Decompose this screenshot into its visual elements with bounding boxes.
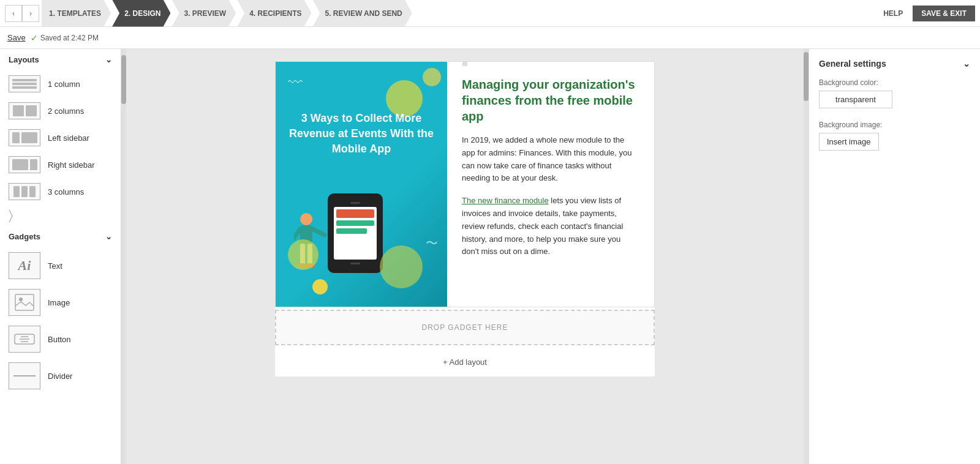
bg-color-setting: Background color: transparent: [819, 78, 970, 108]
phone-figure: [328, 193, 383, 273]
gadget-divider-icon: [9, 362, 40, 389]
nav-right: HELP SAVE & EXIT: [883, 6, 975, 21]
svg-line-9: [294, 229, 300, 239]
layouts-section-header[interactable]: Layouts ⌄: [0, 49, 121, 70]
insert-image-button[interactable]: Insert image: [819, 133, 879, 151]
gadgets-chevron-icon: ⌄: [105, 232, 112, 241]
layout-2-columns-icon: [9, 102, 40, 119]
save-exit-button[interactable]: SAVE & EXIT: [913, 6, 975, 21]
gadget-image-icon: [9, 289, 40, 316]
layout-3-columns-label: 3 columns: [48, 187, 84, 196]
drop-zone[interactable]: DROP GADGET HERE: [275, 310, 655, 345]
layout-right-sidebar-label: Right sidebar: [48, 160, 95, 170]
main-layout: Layouts ⌄ 1 column 2 columns: [0, 49, 980, 464]
layout-1-column-label: 1 column: [48, 80, 80, 89]
nav-step-preview[interactable]: 3. PREVIEW: [172, 0, 236, 27]
layout-1-column[interactable]: 1 column: [0, 70, 121, 97]
nav-steps: 1. TEMPLATES 2. DESIGN 3. PREVIEW 4. REC…: [42, 0, 883, 27]
layout-1-column-icon: [9, 75, 40, 92]
deco-wave-2: 〜: [426, 235, 438, 252]
gadget-text-icon: Ai: [9, 252, 40, 279]
gadget-image[interactable]: Image: [0, 284, 121, 321]
add-layout-button[interactable]: + Add layout: [275, 348, 655, 376]
bg-image-setting: Background image: Insert image: [819, 121, 970, 151]
deco-wave-1: 〰: [288, 74, 303, 91]
save-link[interactable]: Save: [7, 33, 26, 42]
gadget-text-label: Text: [48, 261, 62, 271]
content-body-2: The new finance module lets you view lis…: [462, 195, 639, 258]
svg-rect-0: [15, 294, 34, 310]
bg-image-label: Background image:: [819, 121, 970, 129]
gadget-image-label: Image: [48, 298, 70, 307]
layout-right-sidebar[interactable]: Right sidebar: [0, 151, 121, 178]
nav-step-design[interactable]: 2. DESIGN: [112, 0, 170, 27]
image-overlay-text: 3 Ways to Collect More Revenue at Events…: [276, 111, 447, 157]
deco-circle-2: [423, 68, 441, 86]
check-icon: ✓: [31, 33, 38, 43]
bg-color-label: Background color:: [819, 78, 970, 87]
help-button[interactable]: HELP: [883, 9, 903, 18]
layout-left-sidebar-label: Left sidebar: [48, 133, 89, 143]
svg-point-1: [19, 297, 23, 301]
gadget-button-label: Button: [48, 335, 71, 344]
saved-status: ✓ Saved at 2:42 PM: [31, 33, 99, 43]
content-block: 〰 3 Ways to Collect More Revenue at Even…: [275, 61, 655, 307]
layout-left-sidebar[interactable]: Left sidebar: [0, 124, 121, 151]
bg-color-button[interactable]: transparent: [819, 91, 892, 108]
center-canvas: 〰 3 Ways to Collect More Revenue at Even…: [126, 49, 804, 464]
gadget-divider[interactable]: Divider: [0, 357, 121, 394]
content-image[interactable]: 〰 3 Ways to Collect More Revenue at Even…: [276, 62, 447, 307]
content-text: Managing your organization's finances fr…: [447, 62, 654, 307]
gadget-button-icon: [9, 326, 40, 353]
content-body-1: In 2019, we added a whole new module to …: [462, 134, 639, 185]
layout-3-columns-icon: [9, 183, 40, 200]
top-nav: ‹ › 1. TEMPLATES 2. DESIGN 3. PREVIEW 4.…: [0, 0, 980, 27]
layout-2-columns-label: 2 columns: [48, 107, 84, 116]
layout-left-sidebar-icon: [9, 129, 40, 146]
layout-3-columns[interactable]: 3 columns: [0, 178, 121, 205]
email-canvas: 〰 3 Ways to Collect More Revenue at Even…: [275, 61, 655, 376]
layout-right-sidebar-icon: [9, 156, 40, 173]
layout-2-columns[interactable]: 2 columns: [0, 97, 121, 124]
right-panel-chevron-icon: ⌄: [963, 59, 970, 69]
nav-prev-button[interactable]: ‹: [5, 5, 22, 22]
nav-step-recipients[interactable]: 4. RECIPIENTS: [237, 0, 311, 27]
layouts-chevron-icon: ⌄: [105, 55, 112, 64]
content-link[interactable]: The new finance module: [462, 196, 549, 205]
left-scrollbar[interactable]: [121, 49, 126, 464]
right-panel-title: General settings: [819, 59, 886, 69]
nav-step-review-send[interactable]: 5. REVIEW AND SEND: [313, 0, 412, 27]
nav-step-templates[interactable]: 1. TEMPLATES: [42, 0, 111, 27]
svg-point-7: [300, 213, 312, 225]
svg-line-10: [312, 229, 325, 235]
gadget-button[interactable]: Button: [0, 321, 121, 357]
toolbar: Save ✓ Saved at 2:42 PM: [0, 27, 980, 49]
right-panel-header: General settings ⌄: [819, 59, 970, 69]
cursor-hint: 〉: [0, 205, 121, 226]
gadgets-section-header[interactable]: Gadgets ⌄: [0, 226, 121, 247]
gadget-text[interactable]: Ai Text: [0, 247, 121, 284]
right-canvas-scrollbar[interactable]: [804, 49, 809, 464]
content-title: Managing your organization's finances fr…: [462, 77, 639, 124]
gadget-divider-label: Divider: [48, 372, 72, 381]
right-panel: General settings ⌄ Background color: tra…: [809, 49, 980, 464]
deco-circle-5: [380, 245, 423, 288]
deco-circle-4: [312, 279, 328, 294]
deco-circle-3: [288, 239, 318, 270]
nav-next-button[interactable]: ›: [22, 5, 39, 22]
left-sidebar: Layouts ⌄ 1 column 2 columns: [0, 49, 121, 464]
